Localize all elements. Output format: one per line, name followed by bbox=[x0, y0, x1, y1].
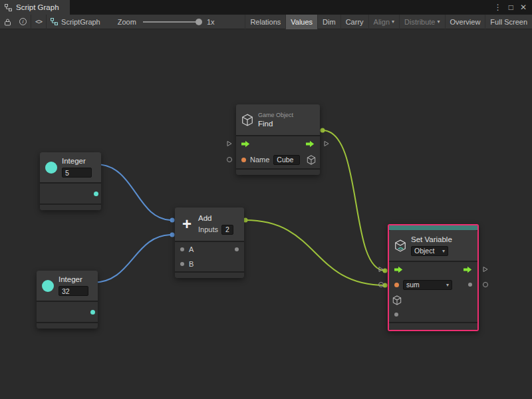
script-graph-icon bbox=[51, 18, 58, 25]
flow-output-outer-port[interactable] bbox=[483, 266, 488, 273]
gameobject-output-port[interactable] bbox=[307, 155, 316, 165]
zoom-slider-handle[interactable] bbox=[196, 19, 202, 25]
wire-endpoint bbox=[321, 128, 325, 133]
name-input-outer-port[interactable] bbox=[227, 157, 232, 162]
name-input-port[interactable] bbox=[241, 158, 246, 162]
overview-button[interactable]: Overview bbox=[445, 15, 485, 29]
code-icon: <> bbox=[35, 18, 42, 25]
node-title: Integer bbox=[62, 157, 92, 166]
integer-node-top[interactable]: Integer 5 bbox=[40, 152, 101, 210]
tab-script-graph[interactable]: Script Graph bbox=[0, 0, 70, 15]
game-object-cube-icon bbox=[241, 114, 253, 126]
flow-output-arrow-icon[interactable] bbox=[306, 140, 315, 148]
name-label: Name bbox=[250, 156, 269, 164]
node-title: Add bbox=[198, 214, 233, 223]
values-button[interactable]: Values bbox=[285, 15, 317, 29]
code-icon: <> bbox=[398, 245, 402, 251]
node-title: Set Variable bbox=[411, 235, 452, 244]
wire-integer5-to-add-a[interactable] bbox=[96, 164, 172, 220]
graph-name: ScriptGraph bbox=[61, 18, 100, 26]
carry-button[interactable]: Carry bbox=[340, 15, 368, 29]
inputs-label: Inputs bbox=[198, 225, 218, 233]
inputs-count-field[interactable]: 2 bbox=[221, 225, 233, 235]
zoom-label: Zoom bbox=[114, 15, 140, 29]
integer-icon bbox=[45, 162, 57, 174]
value-output-port[interactable] bbox=[468, 283, 472, 287]
graph-canvas[interactable]: Integer 5 Integer 32 + bbox=[0, 29, 532, 399]
variable-name-dropdown[interactable]: sum ▾ bbox=[403, 280, 452, 290]
zoom-slider[interactable] bbox=[143, 21, 200, 23]
wire-endpoint bbox=[170, 233, 175, 237]
window-title-bar: Script Graph ⋮ □ ✕ bbox=[0, 0, 532, 15]
value-input-port[interactable] bbox=[394, 313, 398, 317]
lock-button[interactable] bbox=[0, 15, 15, 29]
chevron-down-icon: ▾ bbox=[442, 248, 445, 254]
relations-button[interactable]: Relations bbox=[245, 15, 285, 29]
graph-breadcrumb[interactable]: ScriptGraph bbox=[47, 15, 104, 29]
wire-integer32-to-add-b[interactable] bbox=[92, 235, 172, 283]
tab-title: Script Graph bbox=[16, 3, 59, 11]
port-label: A bbox=[189, 245, 194, 253]
output-port-sum[interactable] bbox=[235, 247, 239, 251]
edit-source-button[interactable]: <> bbox=[31, 15, 46, 29]
integer-node-bottom[interactable]: Integer 32 bbox=[37, 271, 98, 329]
input-port-a[interactable] bbox=[180, 247, 184, 251]
node-title: Find bbox=[258, 120, 293, 128]
node-category: Game Object bbox=[258, 112, 293, 118]
distribute-button[interactable]: Distribute▾ bbox=[399, 15, 444, 29]
inspect-button[interactable]: i bbox=[15, 15, 31, 29]
add-node[interactable]: + Add Inputs 2 A B bbox=[175, 207, 244, 278]
script-graph-icon bbox=[5, 4, 12, 11]
wire-add-to-setvariable-value[interactable] bbox=[245, 220, 385, 285]
input-port-b[interactable] bbox=[180, 262, 184, 266]
value-output-outer-port[interactable] bbox=[483, 282, 488, 287]
dim-button[interactable]: Dim bbox=[317, 15, 340, 29]
output-port[interactable] bbox=[90, 310, 95, 315]
align-button[interactable]: Align▾ bbox=[368, 15, 399, 29]
add-icon: + bbox=[180, 217, 194, 231]
flow-input-arrow-icon[interactable] bbox=[241, 140, 250, 148]
selection-strip bbox=[389, 225, 477, 230]
close-icon[interactable]: ✕ bbox=[520, 3, 527, 12]
set-variable-icon: <> bbox=[394, 239, 406, 252]
port-label: B bbox=[189, 260, 194, 268]
flow-output-outer-port[interactable] bbox=[324, 140, 329, 147]
chevron-down-icon: ▾ bbox=[446, 282, 449, 288]
flow-input-arrow-icon[interactable] bbox=[394, 266, 403, 273]
chevron-down-icon: ▾ bbox=[438, 19, 440, 25]
integer-icon bbox=[42, 280, 54, 292]
output-port[interactable] bbox=[94, 192, 98, 196]
flow-output-arrow-icon[interactable] bbox=[464, 266, 472, 273]
integer-value-field[interactable]: 32 bbox=[59, 286, 88, 296]
wire-endpoint bbox=[170, 218, 175, 223]
graph-toolbar: i <> ScriptGraph Zoom 1x Relations Value… bbox=[0, 15, 532, 29]
lock-icon bbox=[4, 18, 11, 26]
wire-find-to-setvariable-object[interactable] bbox=[323, 130, 385, 271]
variable-name-outer-port[interactable] bbox=[378, 282, 384, 287]
variable-kind-dropdown[interactable]: Object ▾ bbox=[411, 246, 448, 256]
wire-layer bbox=[0, 29, 532, 399]
find-node[interactable]: Game Object Find Name Cube bbox=[236, 104, 320, 175]
chevron-down-icon: ▾ bbox=[392, 19, 394, 25]
integer-value-field[interactable]: 5 bbox=[62, 168, 92, 178]
variable-name-input-port[interactable] bbox=[394, 283, 399, 287]
info-icon: i bbox=[19, 18, 27, 25]
flow-input-outer-port[interactable] bbox=[227, 140, 232, 147]
fullscreen-button[interactable]: Full Screen bbox=[485, 15, 532, 29]
window-menu-icon[interactable]: ⋮ bbox=[494, 3, 502, 12]
set-variable-node[interactable]: <> Set Variable Object ▾ sum bbox=[388, 224, 479, 331]
maximize-icon[interactable]: □ bbox=[509, 3, 513, 12]
flow-input-outer-port[interactable] bbox=[378, 266, 384, 273]
node-title: Integer bbox=[59, 275, 88, 284]
name-value-field[interactable]: Cube bbox=[273, 155, 300, 165]
object-input-port[interactable] bbox=[392, 295, 402, 305]
zoom-value: 1x bbox=[203, 15, 219, 29]
